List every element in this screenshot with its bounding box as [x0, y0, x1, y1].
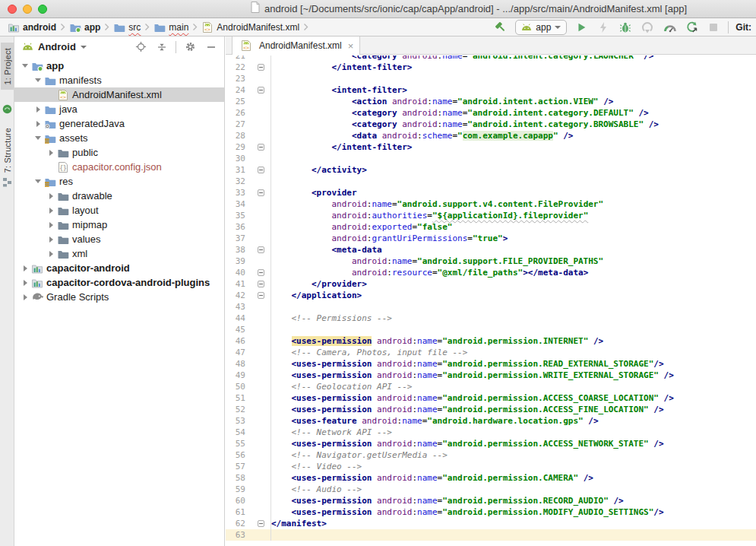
tree-item-values[interactable]: values: [14, 232, 225, 246]
code-line-40[interactable]: 40 android:resource="@xml/file_paths"></…: [226, 267, 756, 278]
code-line-60[interactable]: 60 <uses-permission android:name="androi…: [226, 495, 756, 506]
code-line-52[interactable]: 52 <uses-permission android:name="androi…: [226, 404, 756, 415]
tree-item-mipmap[interactable]: mipmap: [14, 217, 225, 232]
code-line-31[interactable]: 31 </activity>: [226, 164, 756, 176]
tree-item-manifests[interactable]: manifests: [14, 73, 225, 87]
code-line-34[interactable]: 34 android:name="android.support.v4.cont…: [226, 198, 756, 210]
code-text[interactable]: <meta-data: [271, 244, 756, 256]
code-text[interactable]: </application>: [271, 290, 756, 301]
code-line-48[interactable]: 48 <uses-permission android:name="androi…: [226, 358, 756, 370]
locate-file-icon[interactable]: [133, 40, 148, 55]
code-text[interactable]: [271, 301, 756, 313]
code-text[interactable]: [271, 529, 756, 541]
code-text[interactable]: [271, 73, 756, 84]
fold-marker-icon[interactable]: [258, 269, 264, 276]
tree-item-assets[interactable]: assets: [14, 131, 225, 145]
code-text[interactable]: [271, 176, 756, 187]
fold-marker-icon[interactable]: [258, 520, 264, 527]
tree-item-xml[interactable]: xml: [14, 246, 225, 261]
fold-marker-icon[interactable]: [258, 292, 264, 299]
tree-item-public[interactable]: public: [14, 145, 225, 160]
tree-item-generatedjava[interactable]: generatedJava: [14, 116, 225, 131]
tree-item-capacitor-config-json[interactable]: {}capacitor.config.json: [14, 160, 225, 174]
code-line-29[interactable]: 29 </intent-filter>: [226, 141, 756, 153]
code-text[interactable]: android:grantUriPermissions="true">: [271, 233, 756, 244]
code-line-28[interactable]: 28 <data android:scheme="com.example.cap…: [226, 130, 756, 141]
code-line-36[interactable]: 36 android:exported="false": [226, 221, 756, 233]
fold-marker-icon[interactable]: [258, 87, 264, 94]
gear-icon[interactable]: [182, 40, 198, 55]
code-line-54[interactable]: 54 <!-- Network API -->: [226, 427, 756, 438]
code-text[interactable]: [271, 324, 756, 335]
code-line-49[interactable]: 49 <uses-permission android:name="androi…: [226, 370, 756, 381]
fold-marker-icon[interactable]: [258, 64, 264, 71]
code-text[interactable]: <!-- Audio -->: [271, 484, 756, 495]
breadcrumb-item-androidmanifest-xml[interactable]: <>AndroidManifest.xml: [200, 21, 301, 33]
breadcrumb-item-src[interactable]: src: [112, 21, 142, 33]
code-line-27[interactable]: 27 <category android:name="android.inten…: [226, 119, 756, 130]
code-text[interactable]: <!-- Geolocation API -->: [271, 381, 756, 392]
code-line-32[interactable]: 32: [226, 176, 756, 187]
tree-chevron-right-icon[interactable]: [46, 251, 55, 257]
code-text[interactable]: <!-- Video -->: [271, 461, 756, 472]
code-line-46[interactable]: 46 <uses-permission android:name="androi…: [226, 335, 756, 347]
code-line-57[interactable]: 57 <!-- Video -->: [226, 461, 756, 472]
code-text[interactable]: android:authorities="${applicationId}.fi…: [271, 210, 756, 221]
stop-button[interactable]: [706, 20, 721, 35]
code-text[interactable]: <provider: [271, 187, 756, 198]
gradle-sync-icon[interactable]: [684, 20, 699, 35]
tree-chevron-right-icon[interactable]: [46, 236, 55, 243]
code-line-21[interactable]: 21 <category android:name="android.inten…: [226, 56, 756, 62]
code-text[interactable]: <uses-permission android:name="android.p…: [271, 335, 756, 347]
captures-icon[interactable]: [2, 103, 13, 118]
code-text[interactable]: <uses-permission android:name="android.p…: [271, 404, 756, 415]
collapse-all-icon[interactable]: [154, 40, 169, 55]
code-line-45[interactable]: 45: [226, 324, 756, 335]
code-text[interactable]: android:resource="@xml/file_paths"></met…: [271, 267, 756, 278]
fold-marker-icon[interactable]: [258, 281, 264, 287]
close-tab-icon[interactable]: ×: [348, 41, 354, 51]
code-line-59[interactable]: 59 <!-- Audio -->: [226, 484, 756, 495]
tree-item-capacitor-cordova-android-plugins[interactable]: capacitor-cordova-android-plugins: [14, 275, 225, 290]
code-editor[interactable]: 21 <category android:name="android.inten…: [226, 56, 756, 546]
code-line-38[interactable]: 38 <meta-data: [226, 244, 756, 256]
code-text[interactable]: android:name="android.support.v4.content…: [271, 198, 756, 210]
code-text[interactable]: </intent-filter>: [271, 141, 756, 153]
code-text[interactable]: <!-- Network API -->: [271, 427, 756, 438]
code-text[interactable]: <!-- Camera, Photos, input file -->: [271, 347, 756, 358]
tool-button-project[interactable]: 1: Project: [1, 43, 14, 90]
tree-item-drawable[interactable]: drawable: [14, 189, 225, 203]
code-text[interactable]: </provider>: [271, 278, 756, 290]
code-text[interactable]: android:name="android.support.FILE_PROVI…: [271, 256, 756, 267]
code-line-53[interactable]: 53 <uses-feature android:name="android.h…: [226, 415, 756, 427]
code-text[interactable]: <uses-permission android:name="android.p…: [271, 438, 756, 449]
tree-chevron-down-icon[interactable]: [33, 136, 43, 140]
code-text[interactable]: <uses-permission android:name="android.p…: [271, 495, 756, 506]
code-text[interactable]: </intent-filter>: [271, 62, 756, 73]
code-text[interactable]: android:exported="false": [271, 221, 756, 233]
code-text[interactable]: <uses-permission android:name="android.p…: [271, 472, 756, 484]
code-line-30[interactable]: 30: [226, 153, 756, 164]
tool-button-structure[interactable]: 7: Structure: [1, 128, 14, 190]
code-line-42[interactable]: 42 </application>: [226, 290, 756, 301]
code-line-22[interactable]: 22 </intent-filter>: [226, 62, 756, 73]
close-window-button[interactable]: [8, 5, 17, 14]
breadcrumb-item-app[interactable]: app: [68, 21, 102, 33]
fold-marker-icon[interactable]: [258, 189, 264, 196]
code-line-25[interactable]: 25 <action android:name="android.intent.…: [226, 96, 756, 107]
fold-marker-icon[interactable]: [258, 167, 264, 173]
tree-item-gradle-scripts[interactable]: Gradle Scripts: [14, 290, 225, 304]
tree-chevron-right-icon[interactable]: [21, 294, 30, 300]
code-line-50[interactable]: 50 <!-- Geolocation API -->: [226, 381, 756, 392]
code-text[interactable]: <uses-feature android:name="android.hard…: [271, 415, 756, 427]
code-line-24[interactable]: 24 <intent-filter>: [226, 84, 756, 96]
code-line-61[interactable]: 61 <uses-permission android:name="androi…: [226, 506, 756, 518]
code-text[interactable]: <intent-filter>: [271, 84, 756, 96]
minimize-window-button[interactable]: [23, 5, 32, 14]
tree-chevron-right-icon[interactable]: [46, 222, 55, 228]
code-text[interactable]: <uses-permission android:name="android.p…: [271, 506, 756, 518]
code-line-23[interactable]: 23: [226, 73, 756, 84]
project-view-header[interactable]: Android: [14, 37, 225, 57]
code-line-63[interactable]: 63: [226, 529, 756, 541]
code-line-51[interactable]: 51 <uses-permission android:name="androi…: [226, 392, 756, 404]
